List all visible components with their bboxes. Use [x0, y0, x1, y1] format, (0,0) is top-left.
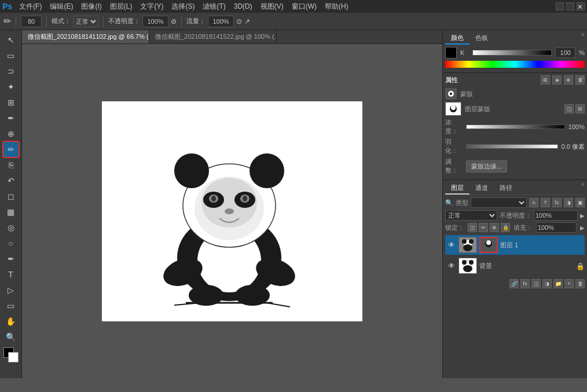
blur-tool[interactable]: ◎ — [3, 220, 19, 235]
brush-tool[interactable]: ✏ — [3, 142, 19, 157]
mask-btn-2[interactable]: ⊞ — [575, 104, 585, 113]
layer-action-buttons: 🔗 fx ◫ ◑ 📁 + 🗑 — [445, 279, 585, 288]
menu-edit[interactable]: 编辑(E) — [46, 1, 76, 13]
mask-edge-btn[interactable]: 蒙版边缘... — [466, 160, 507, 173]
menu-image[interactable]: 图像(I) — [78, 1, 105, 13]
properties-icons: ⊞ ◈ ⊕ 🗑 — [541, 75, 585, 85]
blend-mode-select[interactable]: 正常 — [445, 210, 497, 221]
lock-transparent-icon[interactable]: ◫ — [468, 223, 477, 232]
paths-tab[interactable]: 路径 — [494, 182, 518, 195]
lock-all-icon[interactable]: 🔒 — [501, 223, 510, 232]
rainbow-bar[interactable] — [445, 61, 585, 68]
clone-stamp-tool[interactable]: ⎘ — [3, 157, 19, 173]
crop-tool[interactable]: ⊞ — [3, 95, 19, 110]
shape-tool[interactable]: ▭ — [3, 298, 19, 313]
layer-folder-btn[interactable]: 📁 — [553, 279, 563, 288]
layers-tab[interactable]: 图层 — [445, 182, 469, 195]
mode-dropdown[interactable]: 正常 — [73, 16, 98, 27]
layer-filter-smart[interactable]: ▣ — [575, 198, 585, 207]
feather-slider[interactable] — [466, 144, 558, 149]
fill-expand-icon[interactable]: ▶ — [580, 225, 585, 231]
opacity-input[interactable] — [142, 16, 168, 27]
minimize-btn[interactable] — [556, 2, 564, 10]
move-tool[interactable]: ↖ — [3, 32, 19, 47]
layer-link-btn[interactable]: 🔗 — [509, 279, 519, 288]
layer-fx-btn[interactable]: fx — [520, 279, 530, 288]
dodge-tool[interactable]: ○ — [3, 236, 19, 251]
layer-1-vis[interactable]: 👁 — [447, 240, 456, 250]
path-select-tool[interactable]: ▷ — [3, 283, 19, 298]
layer-type-select[interactable] — [471, 197, 527, 208]
menu-view[interactable]: 视图(V) — [257, 1, 287, 13]
opacity-row-value[interactable]: 100% — [534, 210, 578, 221]
lasso-tool[interactable]: ⊃ — [3, 64, 19, 79]
menu-filter[interactable]: 滤镜(T) — [199, 1, 229, 13]
pen-tool[interactable]: ✒ — [3, 251, 19, 266]
mode-label: 模式： — [52, 17, 71, 25]
canvas-content[interactable] — [22, 44, 442, 378]
color-k-slider[interactable] — [472, 50, 552, 56]
opacity-expand-icon[interactable]: ▶ — [580, 213, 585, 219]
properties-panel-options[interactable]: ≡ — [581, 74, 585, 80]
layer-filter-a[interactable]: A — [529, 198, 538, 207]
channels-tab[interactable]: 通道 — [469, 182, 494, 195]
menu-window[interactable]: 窗口(W) — [288, 1, 320, 13]
quick-select-tool[interactable]: ✦ — [3, 79, 19, 94]
layer-mask-btn[interactable]: ◫ — [531, 279, 541, 288]
history-brush-tool[interactable]: ↶ — [3, 173, 19, 188]
layer-filter-t[interactable]: T — [541, 198, 550, 207]
layer-filter-adj[interactable]: ◑ — [564, 198, 573, 207]
tab-2[interactable]: 微信截图_20210818141522.jpg @ 100% (... ✕ — [149, 30, 277, 43]
layer-item-background[interactable]: 👁 背景 🔒 — [445, 256, 585, 276]
layer-item-1[interactable]: 👁 图层 1 — [445, 235, 585, 255]
marquee-tool[interactable]: ▭ — [3, 48, 19, 63]
eyedropper-tool[interactable]: ✒ — [3, 111, 19, 126]
ps-logo: Ps — [2, 2, 12, 11]
lock-position-icon[interactable]: ⊕ — [490, 223, 499, 232]
svg-point-22 — [450, 93, 452, 95]
menu-select[interactable]: 选择(S) — [168, 1, 198, 13]
swatches-tab[interactable]: 色板 — [469, 32, 494, 45]
color-k-value[interactable]: 100 — [555, 47, 575, 58]
layer-1-mask-thumb[interactable] — [479, 237, 498, 253]
tab-1[interactable]: 微信截图_20210818141102.jpg @ 66.7% (图层 1, 图… — [22, 30, 149, 43]
menu-help[interactable]: 帮助(H) — [321, 1, 352, 13]
layer-delete-btn[interactable]: 🗑 — [575, 279, 585, 288]
color-tab[interactable]: 颜色 — [445, 32, 469, 45]
layer-adj-btn[interactable]: ◑ — [542, 279, 552, 288]
zoom-tool[interactable]: 🔍 — [3, 329, 19, 345]
prop-icon-2[interactable]: ◈ — [552, 75, 562, 85]
menu-layer[interactable]: 图层(L) — [107, 1, 136, 13]
mask-btn-1[interactable]: ◫ — [564, 104, 574, 113]
color-swatches[interactable] — [3, 347, 19, 362]
close-btn[interactable]: ✕ — [577, 2, 585, 10]
brush-size-input[interactable]: 80 — [21, 16, 42, 27]
color-panel-options[interactable]: ≡ — [581, 31, 585, 38]
layer-mask-thumb[interactable] — [445, 102, 461, 116]
layer-new-btn[interactable]: + — [564, 279, 574, 288]
prop-icon-1[interactable]: ⊞ — [541, 75, 550, 85]
menu-text[interactable]: 文字(Y) — [137, 1, 167, 13]
eraser-tool[interactable]: ◻ — [3, 189, 19, 204]
fill-value-input[interactable]: 100% — [536, 222, 577, 233]
layer-bg-vis[interactable]: 👁 — [447, 261, 456, 270]
mask-icon — [445, 88, 457, 100]
color-swatch-black[interactable] — [445, 47, 457, 58]
prop-icon-3[interactable]: ⊕ — [564, 75, 573, 85]
layers-panel-options[interactable]: ≡ — [581, 181, 585, 188]
menu-file[interactable]: 文件(F) — [16, 1, 45, 13]
menu-3d[interactable]: 3D(D) — [230, 1, 256, 12]
svg-point-8 — [250, 153, 284, 188]
left-toolbar: ↖ ▭ ⊃ ✦ ⊞ ✒ ⊕ ✏ ⎘ ↶ ◻ ▦ ◎ ○ ✒ T ▷ ▭ ✋ 🔍 — [0, 30, 22, 378]
density-slider[interactable] — [466, 124, 565, 129]
flow-input[interactable] — [208, 16, 234, 27]
maximize-btn[interactable] — [566, 2, 574, 10]
search-icon-layers: 🔍 — [445, 199, 453, 207]
spot-heal-tool[interactable]: ⊕ — [3, 126, 19, 141]
gradient-tool[interactable]: ▦ — [3, 204, 19, 219]
layer-filter-fx[interactable]: fx — [552, 198, 562, 207]
background-color[interactable] — [8, 352, 19, 362]
lock-paint-icon[interactable]: ✏ — [479, 223, 488, 232]
text-tool[interactable]: T — [3, 267, 19, 282]
hand-tool[interactable]: ✋ — [3, 314, 19, 329]
